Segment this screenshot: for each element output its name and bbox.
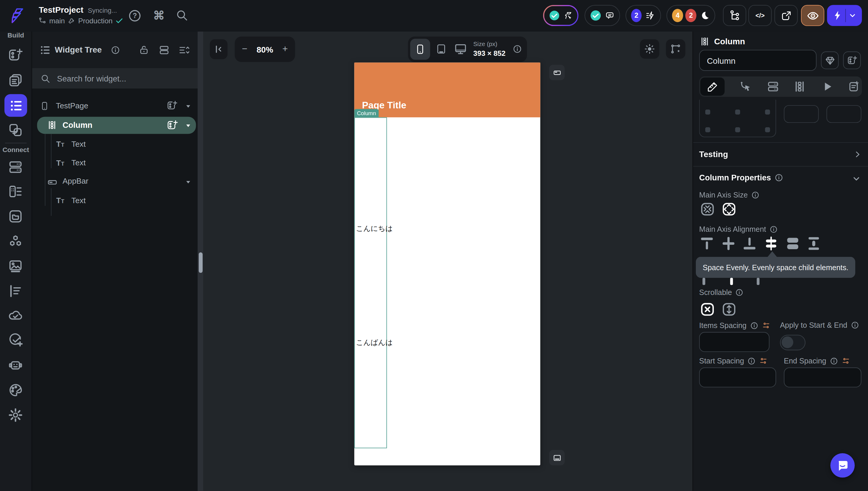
tree-row-text-1[interactable]: Text: [71, 139, 86, 148]
comments-pill[interactable]: [584, 5, 620, 26]
share-button[interactable]: [774, 5, 798, 26]
issues-pill[interactable]: 2: [626, 5, 661, 26]
start-spacing-input[interactable]: [700, 368, 776, 387]
page-app-bar[interactable]: Page Title: [354, 63, 541, 117]
light-mode-toggle[interactable]: [640, 39, 660, 59]
info-icon[interactable]: [774, 173, 783, 182]
cross-axis-icon-partial[interactable]: [730, 278, 733, 285]
support-chat-button[interactable]: [831, 453, 855, 478]
tab-animations[interactable]: [821, 80, 834, 93]
text-widget-2[interactable]: こんばんは: [356, 338, 393, 347]
tree-row-text-3[interactable]: Text: [71, 196, 86, 205]
navbar-toggle-button[interactable]: [549, 450, 565, 465]
set-from-variable-icon[interactable]: [759, 356, 768, 365]
align-center-button[interactable]: [720, 235, 737, 253]
main-axis-min-button[interactable]: [699, 201, 716, 217]
tree-row-column-selected[interactable]: Column: [37, 117, 196, 134]
zoom-in-button[interactable]: +: [282, 44, 288, 55]
padding-input[interactable]: [827, 105, 861, 123]
end-spacing-input[interactable]: [784, 368, 861, 387]
start-spacing-field[interactable]: [699, 368, 776, 387]
warnings-pill[interactable]: 4 2: [667, 5, 715, 26]
text-widget-1[interactable]: こんにちは: [356, 224, 393, 234]
info-icon[interactable]: [513, 44, 522, 54]
sidebar-item-deploy[interactable]: [8, 308, 23, 323]
device-preview[interactable]: Page Title Column こんにちは こんばんは: [354, 63, 541, 466]
environment-name[interactable]: Production: [78, 17, 113, 25]
preview-button[interactable]: [801, 5, 824, 26]
align-start-button[interactable]: [698, 235, 715, 253]
set-from-variable-icon[interactable]: [841, 356, 850, 365]
zoom-level[interactable]: 80%: [257, 45, 273, 54]
sidebar-item-tests[interactable]: [8, 333, 23, 348]
tab-documentation[interactable]: [848, 80, 860, 93]
zoom-out-button[interactable]: −: [242, 44, 248, 55]
appbar-toggle-button[interactable]: [549, 65, 565, 80]
space-around-button[interactable]: [805, 235, 822, 253]
collapse-sort-icon[interactable]: [178, 44, 190, 56]
search-icon[interactable]: [175, 9, 188, 22]
widget-search-input[interactable]: [56, 73, 180, 83]
tree-row-testpage[interactable]: TestPage: [56, 101, 88, 110]
items-spacing-field[interactable]: [699, 332, 769, 352]
testing-section[interactable]: Testing: [699, 149, 862, 159]
tab-actions[interactable]: [739, 80, 752, 93]
space-between-button[interactable]: [784, 235, 801, 253]
run-button[interactable]: [827, 5, 862, 26]
wrap-widget-button[interactable]: [843, 51, 861, 69]
caret-down-icon[interactable]: [185, 103, 192, 110]
device-phone-button[interactable]: [410, 39, 430, 60]
set-from-variable-icon[interactable]: [761, 321, 770, 330]
scrollable-vertical-button[interactable]: [721, 301, 737, 318]
sidebar-item-data-types[interactable]: [8, 184, 23, 199]
collapse-panel-button[interactable]: [210, 39, 227, 59]
info-icon[interactable]: [735, 288, 744, 297]
widget-name-field[interactable]: [699, 50, 816, 71]
canvas-settings-button[interactable]: [666, 39, 686, 59]
tab-backend[interactable]: [767, 80, 779, 93]
info-icon[interactable]: [769, 225, 778, 234]
tree-row-appbar[interactable]: AppBar: [63, 177, 89, 185]
info-icon[interactable]: [830, 357, 838, 365]
tab-properties[interactable]: [700, 77, 724, 96]
add-widget-icon[interactable]: [167, 120, 178, 131]
caret-down-icon[interactable]: [185, 179, 192, 185]
sidebar-item-images[interactable]: [8, 258, 23, 274]
info-icon[interactable]: [747, 357, 755, 365]
sidebar-item-components[interactable]: [8, 122, 23, 138]
widget-name-input[interactable]: [700, 51, 816, 70]
sidebar-item-ai-agent[interactable]: [8, 357, 23, 372]
end-spacing-field[interactable]: [784, 368, 861, 387]
tab-alignment[interactable]: [793, 80, 806, 93]
info-icon[interactable]: [750, 321, 758, 329]
storyboard-button[interactable]: [723, 5, 746, 26]
column-properties-header[interactable]: Column Properties: [699, 173, 783, 182]
main-axis-max-button[interactable]: [721, 201, 737, 217]
space-evenly-button[interactable]: [763, 235, 779, 253]
cross-axis-icon-partial[interactable]: [703, 278, 705, 285]
info-icon[interactable]: [751, 191, 759, 199]
sidebar-item-app-values[interactable]: [8, 284, 23, 299]
lock-icon[interactable]: [139, 44, 149, 55]
sidebar-item-theme[interactable]: [8, 382, 23, 398]
sidebar-item-integrations[interactable]: [8, 234, 23, 249]
cross-axis-icon-partial[interactable]: [757, 278, 759, 285]
desktop-icon[interactable]: [454, 42, 467, 55]
align-end-button[interactable]: [741, 235, 758, 253]
tree-row-text-2[interactable]: Text: [71, 158, 86, 167]
padding-input[interactable]: [784, 105, 819, 123]
view-code-button[interactable]: </>: [748, 5, 772, 26]
info-icon[interactable]: [111, 46, 120, 55]
chevron-down-icon[interactable]: [851, 174, 862, 184]
tree-scrollbar-thumb[interactable]: [199, 253, 203, 273]
sidebar-item-database[interactable]: [8, 160, 23, 175]
sidebar-item-widget-tree[interactable]: [4, 94, 27, 117]
add-widget-icon[interactable]: [167, 100, 177, 111]
apply-start-end-toggle[interactable]: [780, 335, 805, 350]
caret-down-icon[interactable]: [185, 122, 192, 129]
sidebar-item-settings[interactable]: [8, 407, 23, 423]
tablet-icon[interactable]: [436, 43, 446, 55]
ai-code-check-pill[interactable]: [543, 5, 579, 26]
column-selection-outline[interactable]: [354, 117, 387, 448]
theme-settings-button[interactable]: [821, 51, 839, 69]
